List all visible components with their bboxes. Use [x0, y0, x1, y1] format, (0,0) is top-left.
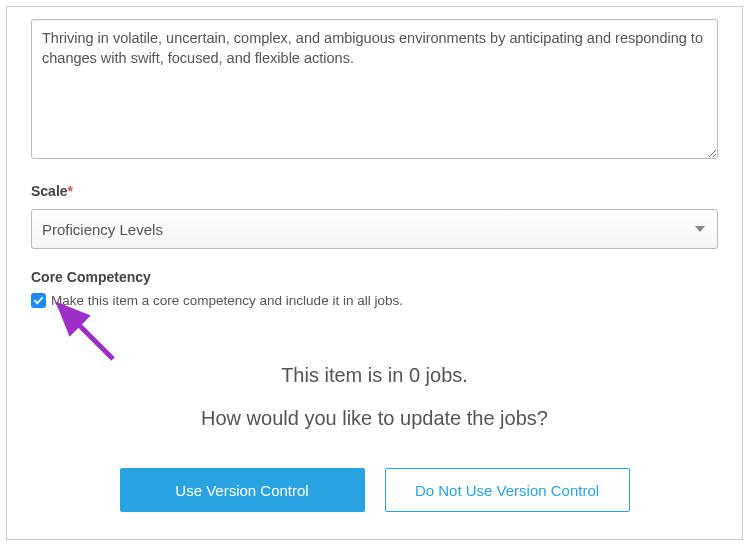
scale-select[interactable]: Proficiency Levels	[31, 209, 718, 249]
core-competency-checkbox-label: Make this item a core competency and inc…	[51, 293, 403, 308]
required-asterisk: *	[68, 183, 73, 199]
scale-label: Scale*	[31, 183, 718, 199]
svg-line-0	[59, 305, 113, 359]
scale-select-wrap: Proficiency Levels	[31, 209, 718, 249]
jobs-count-text: This item is in 0 jobs.	[31, 364, 718, 387]
core-competency-row: Make this item a core competency and inc…	[31, 293, 718, 308]
update-prompt-text: How would you like to update the jobs?	[31, 407, 718, 430]
scale-label-text: Scale	[31, 183, 68, 199]
check-icon	[33, 295, 44, 306]
description-textarea[interactable]	[31, 19, 718, 159]
core-competency-checkbox[interactable]	[31, 293, 46, 308]
update-info-block: This item is in 0 jobs. How would you li…	[31, 364, 718, 430]
do-not-use-version-control-button[interactable]: Do Not Use Version Control	[385, 468, 630, 512]
use-version-control-button[interactable]: Use Version Control	[120, 468, 365, 512]
chevron-down-icon	[695, 226, 705, 232]
form-panel: Scale* Proficiency Levels Core Competenc…	[6, 6, 743, 540]
button-row: Use Version Control Do Not Use Version C…	[31, 468, 718, 512]
scale-select-value: Proficiency Levels	[42, 221, 163, 238]
core-competency-heading: Core Competency	[31, 269, 718, 285]
